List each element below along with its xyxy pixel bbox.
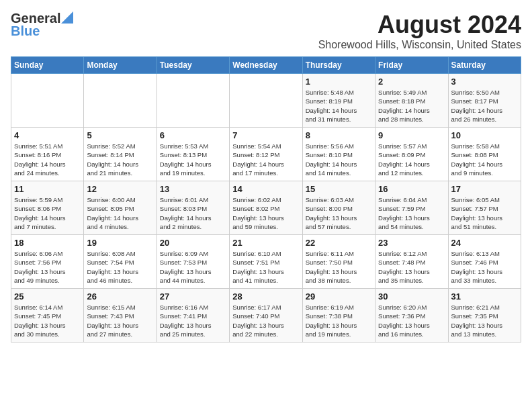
day-number: 7	[232, 130, 299, 140]
day-info: Sunrise: 6:05 AM Sunset: 7:57 PM Dayligh…	[451, 195, 518, 231]
day-header-thursday: Thursday	[302, 57, 375, 74]
day-info: Sunrise: 5:53 AM Sunset: 8:13 PM Dayligh…	[160, 142, 226, 177]
day-number: 4	[14, 130, 81, 140]
calendar-cell: 23Sunrise: 6:12 AM Sunset: 7:48 PM Dayli…	[375, 235, 448, 289]
day-info: Sunrise: 6:20 AM Sunset: 7:36 PM Dayligh…	[378, 303, 445, 338]
calendar-cell: 21Sunrise: 6:10 AM Sunset: 7:51 PM Dayli…	[230, 235, 302, 289]
month-year-title: August 2024	[318, 11, 521, 39]
calendar-cell: 19Sunrise: 6:08 AM Sunset: 7:54 PM Dayli…	[84, 235, 157, 289]
calendar-week-row: 25Sunrise: 6:14 AM Sunset: 7:45 PM Dayli…	[11, 289, 521, 342]
day-header-tuesday: Tuesday	[157, 57, 229, 74]
calendar-cell: 29Sunrise: 6:19 AM Sunset: 7:38 PM Dayli…	[302, 289, 375, 342]
day-number: 30	[378, 291, 445, 302]
calendar-cell: 9Sunrise: 5:57 AM Sunset: 8:09 PM Daylig…	[375, 128, 448, 181]
day-number: 29	[306, 291, 372, 302]
logo-triangle-icon	[61, 11, 73, 24]
day-number: 19	[87, 238, 153, 248]
calendar-cell: 4Sunrise: 5:51 AM Sunset: 8:16 PM Daylig…	[11, 128, 84, 181]
day-info: Sunrise: 6:09 AM Sunset: 7:53 PM Dayligh…	[160, 249, 226, 285]
logo: General Blue	[11, 11, 73, 39]
day-info: Sunrise: 5:58 AM Sunset: 8:08 PM Dayligh…	[451, 142, 518, 177]
day-number: 15	[306, 184, 372, 194]
day-header-wednesday: Wednesday	[230, 57, 302, 74]
day-info: Sunrise: 6:06 AM Sunset: 7:56 PM Dayligh…	[14, 249, 81, 285]
calendar-cell: 28Sunrise: 6:17 AM Sunset: 7:40 PM Dayli…	[230, 289, 302, 342]
calendar-cell: 13Sunrise: 6:01 AM Sunset: 8:03 PM Dayli…	[157, 181, 229, 235]
day-number: 5	[87, 130, 153, 140]
calendar-cell: 3Sunrise: 5:50 AM Sunset: 8:17 PM Daylig…	[448, 74, 521, 128]
day-info: Sunrise: 6:03 AM Sunset: 8:00 PM Dayligh…	[306, 195, 372, 231]
day-info: Sunrise: 6:02 AM Sunset: 8:02 PM Dayligh…	[232, 195, 299, 231]
calendar-cell: 30Sunrise: 6:20 AM Sunset: 7:36 PM Dayli…	[375, 289, 448, 342]
day-info: Sunrise: 5:49 AM Sunset: 8:18 PM Dayligh…	[378, 88, 445, 124]
day-info: Sunrise: 6:17 AM Sunset: 7:40 PM Dayligh…	[232, 303, 299, 338]
day-number: 10	[451, 130, 518, 140]
day-info: Sunrise: 6:16 AM Sunset: 7:41 PM Dayligh…	[160, 303, 226, 338]
day-number: 23	[378, 238, 445, 248]
day-number: 6	[160, 130, 226, 140]
day-header-monday: Monday	[84, 57, 157, 74]
calendar-cell: 15Sunrise: 6:03 AM Sunset: 8:00 PM Dayli…	[302, 181, 375, 235]
day-info: Sunrise: 6:14 AM Sunset: 7:45 PM Dayligh…	[14, 303, 81, 338]
day-number: 22	[306, 238, 372, 248]
calendar-cell: 11Sunrise: 5:59 AM Sunset: 8:06 PM Dayli…	[11, 181, 84, 235]
day-info: Sunrise: 6:13 AM Sunset: 7:46 PM Dayligh…	[451, 249, 518, 285]
day-number: 11	[14, 184, 81, 194]
calendar-cell: 12Sunrise: 6:00 AM Sunset: 8:05 PM Dayli…	[84, 181, 157, 235]
day-info: Sunrise: 5:57 AM Sunset: 8:09 PM Dayligh…	[378, 142, 445, 177]
calendar-cell: 27Sunrise: 6:16 AM Sunset: 7:41 PM Dayli…	[157, 289, 229, 342]
calendar-cell: 20Sunrise: 6:09 AM Sunset: 7:53 PM Dayli…	[157, 235, 229, 289]
day-info: Sunrise: 6:00 AM Sunset: 8:05 PM Dayligh…	[87, 195, 153, 231]
calendar-cell: 26Sunrise: 6:15 AM Sunset: 7:43 PM Dayli…	[84, 289, 157, 342]
day-info: Sunrise: 5:48 AM Sunset: 8:19 PM Dayligh…	[306, 88, 372, 124]
calendar-table: SundayMondayTuesdayWednesdayThursdayFrid…	[11, 56, 521, 342]
calendar-cell: 16Sunrise: 6:04 AM Sunset: 7:59 PM Dayli…	[375, 181, 448, 235]
day-number: 9	[378, 130, 445, 140]
calendar-cell: 10Sunrise: 5:58 AM Sunset: 8:08 PM Dayli…	[448, 128, 521, 181]
day-number: 17	[451, 184, 518, 194]
day-number: 13	[160, 184, 226, 194]
day-number: 31	[451, 291, 518, 302]
day-number: 16	[378, 184, 445, 194]
day-info: Sunrise: 5:50 AM Sunset: 8:17 PM Dayligh…	[451, 88, 518, 124]
day-number: 3	[451, 77, 518, 87]
day-info: Sunrise: 5:54 AM Sunset: 8:12 PM Dayligh…	[232, 142, 299, 177]
day-info: Sunrise: 5:52 AM Sunset: 8:14 PM Dayligh…	[87, 142, 153, 177]
day-info: Sunrise: 6:10 AM Sunset: 7:51 PM Dayligh…	[232, 249, 299, 285]
day-info: Sunrise: 6:04 AM Sunset: 7:59 PM Dayligh…	[378, 195, 445, 231]
calendar-cell	[157, 74, 229, 128]
day-number: 12	[87, 184, 153, 194]
calendar-cell: 7Sunrise: 5:54 AM Sunset: 8:12 PM Daylig…	[230, 128, 302, 181]
page-header: General Blue August 2024 Shorewood Hills…	[11, 11, 521, 51]
calendar-cell	[11, 74, 84, 128]
calendar-cell	[230, 74, 302, 128]
day-header-saturday: Saturday	[448, 57, 521, 74]
calendar-cell: 6Sunrise: 5:53 AM Sunset: 8:13 PM Daylig…	[157, 128, 229, 181]
day-number: 25	[14, 291, 81, 302]
day-number: 8	[306, 130, 372, 140]
day-header-friday: Friday	[375, 57, 448, 74]
calendar-cell: 31Sunrise: 6:21 AM Sunset: 7:35 PM Dayli…	[448, 289, 521, 342]
calendar-cell: 2Sunrise: 5:49 AM Sunset: 8:18 PM Daylig…	[375, 74, 448, 128]
day-info: Sunrise: 6:19 AM Sunset: 7:38 PM Dayligh…	[306, 303, 372, 338]
calendar-header-row: SundayMondayTuesdayWednesdayThursdayFrid…	[11, 57, 521, 74]
day-info: Sunrise: 6:11 AM Sunset: 7:50 PM Dayligh…	[306, 249, 372, 285]
day-info: Sunrise: 6:01 AM Sunset: 8:03 PM Dayligh…	[160, 195, 226, 231]
calendar-cell: 1Sunrise: 5:48 AM Sunset: 8:19 PM Daylig…	[302, 74, 375, 128]
day-number: 2	[378, 77, 445, 87]
day-number: 26	[87, 291, 153, 302]
calendar-cell: 22Sunrise: 6:11 AM Sunset: 7:50 PM Dayli…	[302, 235, 375, 289]
day-number: 1	[306, 77, 372, 87]
calendar-cell: 25Sunrise: 6:14 AM Sunset: 7:45 PM Dayli…	[11, 289, 84, 342]
day-number: 20	[160, 238, 226, 248]
day-header-sunday: Sunday	[11, 57, 84, 74]
day-number: 18	[14, 238, 81, 248]
svg-marker-0	[61, 11, 73, 24]
day-number: 14	[232, 184, 299, 194]
day-info: Sunrise: 6:15 AM Sunset: 7:43 PM Dayligh…	[87, 303, 153, 338]
calendar-cell	[84, 74, 157, 128]
calendar-cell: 17Sunrise: 6:05 AM Sunset: 7:57 PM Dayli…	[448, 181, 521, 235]
logo-blue-text: Blue	[11, 24, 40, 39]
calendar-week-row: 11Sunrise: 5:59 AM Sunset: 8:06 PM Dayli…	[11, 181, 521, 235]
calendar-cell: 8Sunrise: 5:56 AM Sunset: 8:10 PM Daylig…	[302, 128, 375, 181]
